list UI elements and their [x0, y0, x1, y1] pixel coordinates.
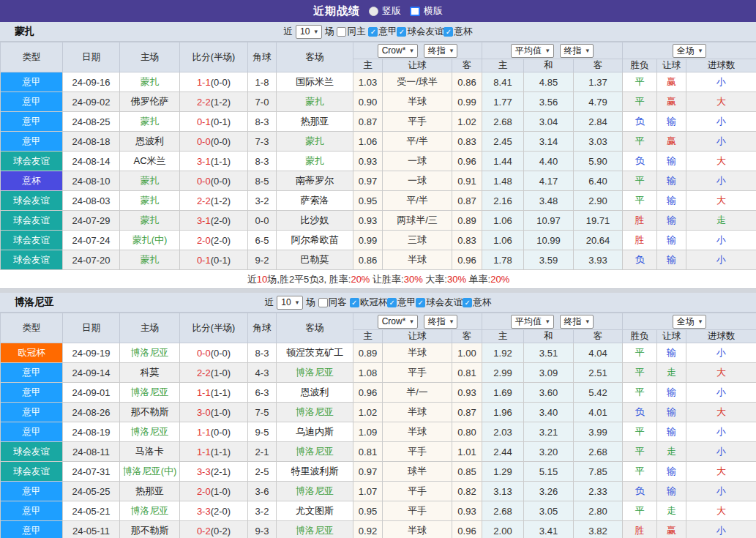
away-team: 蒙扎	[277, 152, 353, 171]
filter-checkbox[interactable]: ✓球会友谊	[397, 26, 444, 38]
bookmaker-select[interactable]: Crow*▾	[378, 44, 418, 58]
corner-score: 4-3	[248, 363, 277, 383]
odds-handicap-line: 半/一	[383, 383, 452, 403]
match-date: 24-08-11	[63, 442, 120, 462]
team-name-text: AC米兰	[133, 155, 165, 166]
checkbox-checked-icon[interactable]: ✓	[397, 27, 406, 37]
checkbox-checked-icon[interactable]: ✓	[387, 298, 397, 307]
recent-count-select[interactable]: 10 ▾	[277, 296, 303, 310]
filter-checkbox[interactable]: ✓欧冠杯	[350, 296, 388, 309]
match-score: 1-1(0-0)	[180, 422, 248, 442]
final-index-select[interactable]: 终指▾	[560, 44, 594, 58]
checkbox-checked-icon[interactable]: ✓	[463, 298, 472, 307]
competition-badge: 意甲	[1, 112, 63, 132]
bookmaker-select[interactable]: Crow*▾	[378, 315, 418, 329]
layout-vertical-radio[interactable]: 竖版	[369, 4, 401, 18]
team-name-text: 博洛尼亚	[131, 347, 169, 358]
checkbox-checked-icon[interactable]: ✓	[368, 27, 378, 37]
games-label: 场	[325, 26, 334, 38]
final-index-select[interactable]: 终指▾	[424, 44, 458, 58]
away-team: 博洛尼亚	[277, 442, 353, 462]
average-select[interactable]: 平均值▾	[511, 315, 554, 329]
competition-badge: 意甲	[1, 72, 63, 92]
match-row: 意甲24-08-18恩波利0-0(0-0)7-3蒙扎1.06平/半0.832.4…	[1, 132, 756, 152]
team-name-text: 蒙扎	[305, 96, 324, 107]
avg-away: 1.37	[574, 72, 623, 92]
result-outcome: 负	[623, 403, 657, 422]
same-venue-filter[interactable]: 同主	[337, 26, 365, 38]
team-name-text: 恩波利	[135, 135, 164, 146]
avg-draw: 3.05	[524, 501, 574, 521]
sub-header-away-odds: 客	[452, 59, 482, 72]
odds-away: 0.96	[452, 250, 482, 270]
team-name-text: 顿涅茨克矿工	[286, 347, 343, 358]
col-header-home: 主场	[120, 313, 180, 343]
match-date: 24-08-03	[63, 191, 120, 211]
checkbox-unchecked-icon[interactable]	[337, 27, 346, 37]
team-name-text: 佛罗伦萨	[131, 96, 169, 107]
corner-score: 6-3	[248, 383, 277, 403]
sub-header-away-odds: 客	[452, 330, 482, 343]
summary-segment: 让胜率:	[370, 274, 403, 285]
average-select[interactable]: 平均值▾	[511, 44, 554, 58]
match-score: 2-2(1-2)	[180, 191, 248, 211]
near-label: 近	[265, 296, 274, 309]
recent-count-select[interactable]: 10 ▾	[296, 25, 322, 39]
avg-draw: 3.09	[524, 363, 574, 383]
team-name-text: 比沙奴	[301, 214, 329, 225]
filter-checkbox[interactable]: ✓球会友谊	[416, 296, 463, 309]
final-index-select[interactable]: 终指▾	[424, 315, 458, 329]
scope-select[interactable]: 全场▾	[673, 44, 707, 58]
filter-checkbox[interactable]: ✓意甲	[387, 296, 416, 309]
team-name-text: 博洛尼亚(中)	[123, 466, 177, 477]
team-name-text: 特里波利斯	[291, 466, 339, 477]
odds-home: 0.96	[353, 383, 383, 403]
result-goals: 走	[686, 211, 756, 231]
summary-segment: 10	[257, 274, 267, 285]
fulltime-score: 2-0	[197, 235, 211, 246]
avg-home: 2.68	[482, 112, 524, 132]
final-index-select[interactable]: 终指▾	[560, 315, 594, 329]
section-monza: 蒙扎 近 10 ▾ 场 同主 ✓意甲✓球会友谊✓意杯	[0, 22, 756, 288]
home-team: 那不勒斯	[120, 403, 180, 422]
odds-away: 0.80	[452, 422, 482, 442]
corner-score: 2-1	[248, 442, 277, 462]
checkbox-checked-icon[interactable]: ✓	[444, 27, 453, 37]
competition-badge: 球会友谊	[1, 462, 63, 482]
layout-horizontal-radio[interactable]: 横版	[410, 4, 443, 18]
result-group-header: 全场▾	[623, 42, 756, 59]
away-team: 尤文图斯	[277, 501, 353, 521]
match-score: 2-0(1-0)	[180, 482, 248, 501]
filter-checkbox[interactable]: ✓意杯	[444, 26, 472, 38]
radio-unselected-icon[interactable]	[369, 7, 378, 16]
sub-header-goals: 进球数	[686, 59, 756, 72]
radio-selected-icon[interactable]	[410, 7, 420, 16]
average-group-header: 平均值▾ 终指▾	[482, 313, 623, 330]
fulltime-score: 3-3	[197, 506, 211, 517]
filter-checkbox[interactable]: ✓意甲	[368, 26, 397, 38]
team-name-text: 国际米兰	[296, 76, 334, 87]
scope-select[interactable]: 全场▾	[673, 315, 707, 329]
result-outcome: 平	[623, 383, 657, 403]
filter-checkbox[interactable]: ✓意杯	[463, 296, 491, 309]
col-header-date: 日期	[63, 313, 120, 343]
odds-handicap-line: 两球半/三	[383, 211, 452, 231]
chevron-down-icon: ▾	[450, 316, 454, 327]
halftime-score: (1-1)	[211, 156, 231, 167]
checkbox-checked-icon[interactable]: ✓	[350, 298, 359, 307]
avg-home: 2.44	[482, 442, 524, 462]
corner-score: 9-3	[248, 521, 277, 538]
match-date: 24-08-19	[63, 422, 120, 442]
odds-group-header: Crow*▾ 终指▾	[353, 42, 482, 59]
sub-header-avg-home: 主	[482, 59, 524, 72]
odds-handicap-line: 平手	[383, 482, 452, 501]
avg-home: 1.48	[482, 171, 524, 191]
home-team: 热那亚	[120, 482, 180, 501]
odds-handicap-line: 半球	[383, 521, 452, 538]
odds-handicap-line: 平手	[383, 363, 452, 383]
checkbox-unchecked-icon[interactable]	[318, 298, 328, 307]
checkbox-checked-icon[interactable]: ✓	[416, 298, 425, 307]
same-venue-filter[interactable]: 同客	[318, 296, 347, 309]
halftime-score: (1-1)	[211, 447, 231, 457]
competition-badge: 球会友谊	[1, 231, 63, 250]
